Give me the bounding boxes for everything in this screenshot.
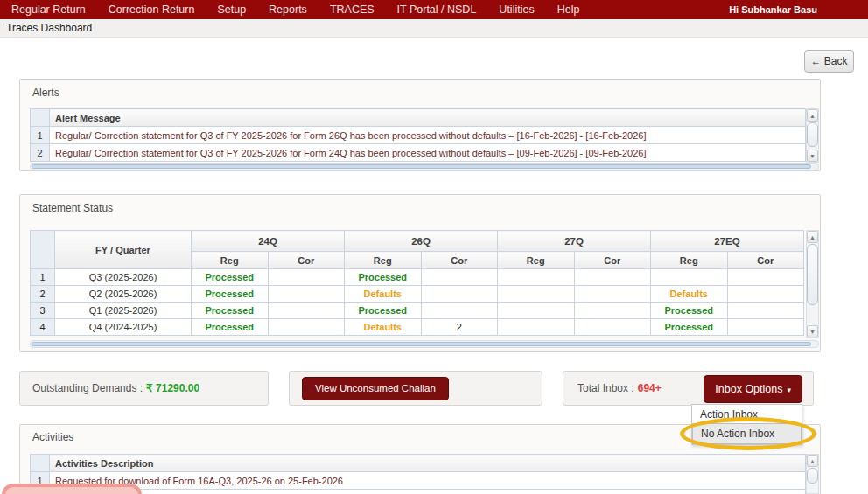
inbox-options-button[interactable]: Inbox Options▾ — [704, 375, 802, 403]
alerts-table-wrap: Alert Message 1Regular/ Correction state… — [30, 108, 806, 162]
menu-correction-return[interactable]: Correction Return — [97, 3, 206, 16]
activities-vertical-scrollbar[interactable]: ▲ — [806, 454, 819, 494]
group-header-26q: 26Q — [345, 231, 498, 252]
menu-setup[interactable]: Setup — [206, 3, 257, 16]
menu-regular-return[interactable]: Regular Return — [0, 3, 97, 16]
scrollbar-thumb[interactable] — [32, 342, 811, 346]
status-cell — [727, 269, 804, 286]
menu-utilities[interactable]: Utilities — [487, 3, 545, 16]
sub-header-reg: Reg — [192, 252, 269, 269]
row-number: 1 — [31, 127, 50, 144]
status-cell — [574, 319, 651, 336]
page-title: Traces Dashboard — [0, 22, 92, 34]
table-row: 3Q1 (2025-2026)ProcessedProcessedProcess… — [31, 303, 804, 319]
status-cell — [727, 319, 804, 336]
activity-description: Requested for download of NSDL Conso Fil… — [50, 490, 806, 494]
sub-header-reg: Reg — [498, 252, 575, 269]
statement-status-title: Statement Status — [32, 202, 113, 214]
menu-help[interactable]: Help — [546, 3, 592, 16]
outstanding-demands-label: Outstanding Demands : — [32, 382, 143, 394]
scrollbar-thumb[interactable] — [807, 122, 818, 147]
status-cell — [498, 286, 575, 303]
statement-horizontal-scrollbar[interactable] — [30, 340, 819, 348]
sub-header-cor: Cor — [574, 252, 651, 269]
status-cell — [498, 303, 575, 319]
alerts-horizontal-scrollbar[interactable] — [30, 163, 819, 170]
status-cell: Processed — [192, 319, 269, 336]
menu-it-portal-nsdl[interactable]: IT Portal / NSDL — [386, 3, 488, 16]
status-cell — [421, 303, 498, 319]
scrollbar-thumb[interactable] — [32, 164, 811, 169]
activities-table-wrap: Activities Description 1Requested for do… — [30, 454, 806, 494]
table-row: 1Requested for download of Form 16A-Q3, … — [31, 472, 806, 490]
back-button[interactable]: ← Back — [804, 50, 854, 73]
activity-description: Requested for download of Form 16A-Q3, 2… — [50, 472, 806, 490]
table-row: 2Regular/ Correction statement for Q3 of… — [31, 144, 806, 162]
statement-table-wrap: FY / Quarter 24Q 26Q 27Q 27EQ Reg Cor Re… — [30, 230, 804, 338]
inbox-options-label: Inbox Options — [715, 383, 782, 395]
fy-quarter-cell: Q2 (2025-2026) — [55, 286, 192, 303]
fy-quarter-cell: Q3 (2025-2026) — [55, 269, 192, 286]
activities-column-header: Activities Description — [50, 455, 806, 472]
status-cell — [268, 269, 345, 286]
group-header-27eq: 27EQ — [651, 231, 804, 252]
user-greeting: Hi Subhankar Basu — [729, 4, 817, 15]
total-inbox-box: Total Inbox : 694+ Inbox Options▾ — [563, 371, 814, 406]
scroll-down-icon[interactable]: ▼ — [807, 325, 818, 337]
fy-quarter-cell: Q4 (2024-2025) — [55, 319, 192, 336]
outstanding-demands-amount: ₹ 71290.00 — [146, 382, 200, 394]
caret-down-icon: ▾ — [787, 386, 791, 394]
row-number: 2 — [31, 286, 55, 303]
menu-reports[interactable]: Reports — [257, 3, 318, 16]
tab-bar: Traces Dashboard — [0, 19, 868, 38]
status-cell — [727, 303, 804, 319]
status-cell: Processed — [651, 319, 728, 336]
alerts-column-header: Alert Message — [50, 109, 806, 127]
table-row: 2Q2 (2025-2026)ProcessedDefaultsDefaults — [31, 286, 804, 303]
status-cell: Processed — [345, 303, 422, 319]
fy-quarter-cell: Q1 (2025-2026) — [55, 303, 192, 319]
menu-traces[interactable]: TRACES — [318, 3, 386, 16]
alerts-num-header — [31, 109, 50, 127]
sub-header-reg: Reg — [651, 252, 728, 269]
statement-vertical-scrollbar[interactable]: ▲ ▼ — [806, 230, 819, 338]
scrollbar-thumb[interactable] — [807, 244, 818, 305]
scroll-down-icon[interactable]: ▼ — [807, 150, 818, 162]
total-inbox-label: Total Inbox : — [578, 382, 634, 394]
page: Regular Return Correction Return Setup R… — [0, 0, 868, 494]
row-number: 2 — [31, 490, 50, 494]
dropdown-item-no-action-inbox[interactable]: No Action Inbox — [692, 423, 802, 444]
inbox-options-dropdown: Action Inbox No Action Inbox — [691, 404, 802, 445]
scroll-up-icon[interactable]: ▲ — [807, 231, 818, 243]
table-row: 3Regular statement for Q2 of FY 2025-202… — [31, 162, 806, 163]
alert-message: Regular/ Correction statement for Q3 of … — [50, 144, 806, 162]
status-cell — [421, 269, 498, 286]
activities-title: Activities — [32, 431, 74, 443]
row-number: 2 — [31, 144, 50, 162]
challan-box: View Unconsumed Challan — [289, 371, 542, 406]
status-cell: Defaults — [345, 319, 422, 336]
table-row: 1Q3 (2025-2026)ProcessedProcessed — [31, 269, 804, 286]
view-unconsumed-challan-button[interactable]: View Unconsumed Challan — [302, 377, 449, 400]
alerts-section: Alerts Alert Message 1Regular/ Correctio… — [19, 79, 821, 171]
alerts-table-body: 1Regular/ Correction statement for Q3 of… — [31, 127, 806, 163]
sub-header-cor: Cor — [421, 252, 498, 269]
status-cell: Processed — [651, 303, 728, 319]
alerts-vertical-scrollbar[interactable]: ▲ ▼ — [806, 108, 819, 163]
status-cell — [574, 303, 651, 319]
status-cell — [727, 286, 804, 303]
status-cell — [268, 303, 345, 319]
status-cell — [574, 269, 651, 286]
row-number: 3 — [31, 162, 50, 163]
scrollbar-thumb[interactable] — [807, 468, 818, 484]
scroll-up-icon[interactable]: ▲ — [807, 109, 818, 122]
dropdown-item-action-inbox[interactable]: Action Inbox — [692, 405, 802, 423]
group-header-24q: 24Q — [192, 231, 345, 252]
sub-header-cor: Cor — [727, 252, 804, 269]
alert-message: Regular statement for Q2 of FY 2025-2026… — [50, 162, 806, 163]
row-number: 4 — [31, 319, 55, 336]
status-cell: Defaults — [345, 286, 422, 303]
scroll-up-icon[interactable]: ▲ — [807, 455, 818, 467]
activities-num-header — [31, 455, 50, 472]
row-number: 3 — [31, 303, 55, 319]
